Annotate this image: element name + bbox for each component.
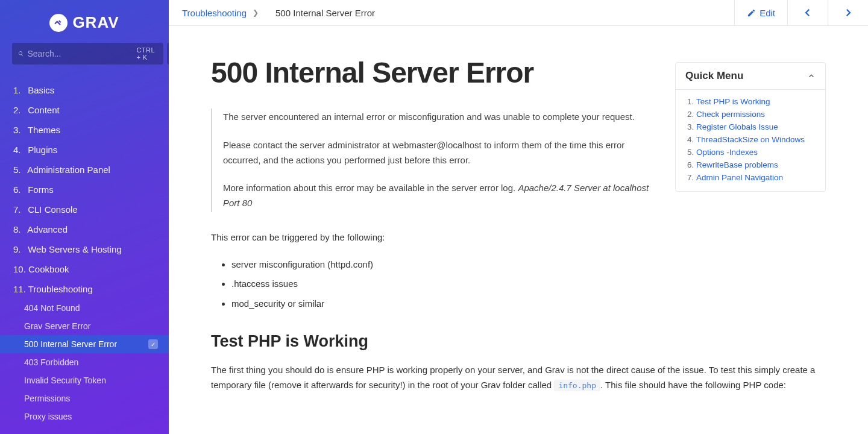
logo[interactable]: GRAV [49,13,119,32]
nav-sub-item[interactable]: Permissions [0,389,169,407]
list-item: mod_security or similar [231,297,826,312]
nav-item[interactable]: 5. Administration Panel [0,160,169,180]
quick-menu-link[interactable]: Check permissions [696,110,765,119]
quick-menu-item: Register Globals Issue [696,121,816,134]
grav-logo-icon [49,14,68,32]
quick-menu-link[interactable]: Test PHP is Working [696,97,770,106]
intro-text: This error can be triggered by the follo… [211,230,820,245]
search-row: CTRL + K v1.6 [0,43,169,75]
nav-sub-item[interactable]: 404 Not Found [0,299,169,317]
nav-item[interactable]: 10. Cookbook [0,259,169,279]
section-heading: Test PHP is Working [211,332,826,351]
causes-list: server misconfiguration (httpd.conf).hta… [211,257,826,312]
chevron-right-icon [843,7,854,18]
quick-menu-item: RewriteBase problems [696,159,816,172]
quick-menu-link[interactable]: Admin Panel Navigation [696,173,783,182]
quick-menu-link[interactable]: RewriteBase problems [696,160,778,169]
quick-menu-link[interactable]: Options -Indexes [696,148,758,157]
chevron-right-icon: ❯ [253,8,259,17]
nav-sub-item[interactable]: 500 Internal Server Error [0,335,169,353]
sidebar: GRAV CTRL + K v1.6 1. Basics2. Content3.… [0,0,169,434]
section-text: The first thing you should do is ensure … [211,363,820,393]
quick-menu-body: Test PHP is WorkingCheck permissionsRegi… [676,90,825,191]
bq-line: The server encountered an internal error… [223,110,657,125]
next-button[interactable] [828,0,868,25]
code-inline: info.php [554,380,600,391]
nav-sub-item[interactable]: Invalid Security Token [0,371,169,389]
nav-item[interactable]: 9. Web Servers & Hosting [0,239,169,259]
logo-text: GRAV [72,13,119,32]
nav-item[interactable]: 2. Content [0,100,169,120]
quick-menu-link[interactable]: ThreadStackSize on Windows [696,135,805,144]
chevron-left-icon [802,7,813,18]
list-item: .htaccess issues [231,277,826,292]
bq-line: Please contact the server administrator … [223,138,657,168]
nav-item[interactable]: 11. Troubleshooting [0,279,169,299]
bq-line: More information about this error may be… [223,181,657,211]
nav: 1. Basics2. Content3. Themes4. Plugins5.… [0,75,169,430]
search-input[interactable] [27,49,133,58]
nav-item[interactable]: 4. Plugins [0,140,169,160]
nav-item[interactable]: 6. Forms [0,180,169,200]
list-item: server misconfiguration (httpd.conf) [231,257,826,272]
edit-label: Edit [760,8,775,18]
quick-menu-link[interactable]: Register Globals Issue [696,122,778,131]
nav-item[interactable]: 7. CLI Console [0,200,169,219]
logo-area: GRAV [0,0,169,43]
quick-menu-header[interactable]: Quick Menu [676,63,825,90]
header: Troubleshooting ❯ 500 Internal Server Er… [169,0,868,26]
chevron-up-icon [807,72,816,80]
search-icon [18,49,24,58]
main: 500 Internal Server Error The server enc… [169,26,868,434]
edit-button[interactable]: Edit [734,0,787,25]
nav-sub-item[interactable]: Proxy issues [0,407,169,426]
quick-menu-title: Quick Menu [685,70,743,82]
header-actions: Edit [734,0,868,25]
error-blockquote: The server encountered an internal error… [211,108,657,212]
breadcrumb-parent[interactable]: Troubleshooting [182,8,247,18]
nav-item[interactable]: 3. Themes [0,120,169,140]
quick-menu: Quick Menu Test PHP is WorkingCheck perm… [675,62,826,192]
quick-menu-item: ThreadStackSize on Windows [696,134,816,146]
nav-sub-item[interactable]: Grav Server Error [0,317,169,335]
edit-icon [747,8,756,17]
breadcrumb-current: 500 Internal Server Error [275,8,375,18]
nav-item[interactable]: 1. Basics [0,80,169,100]
quick-menu-item: Options -Indexes [696,146,816,159]
search-box[interactable]: CTRL + K [12,43,163,64]
breadcrumb: Troubleshooting ❯ 500 Internal Server Er… [169,8,734,18]
quick-menu-item: Check permissions [696,108,816,121]
search-shortcut: CTRL + K [136,46,157,61]
prev-button[interactable] [787,0,828,25]
nav-item[interactable]: 8. Advanced [0,219,169,239]
nav-sub-item[interactable]: 403 Forbidden [0,353,169,371]
quick-menu-item: Test PHP is Working [696,96,816,108]
quick-menu-item: Admin Panel Navigation [696,172,816,184]
